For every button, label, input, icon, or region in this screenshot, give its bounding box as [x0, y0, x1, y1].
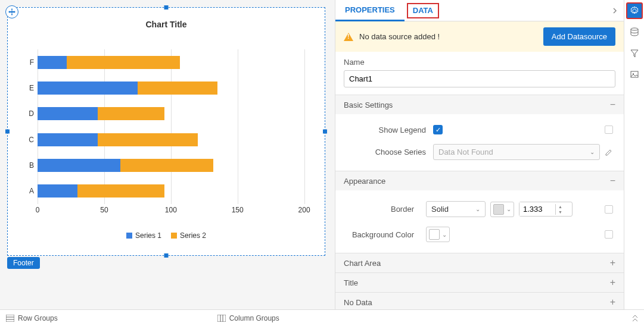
tab-data[interactable]: DATA: [407, 3, 439, 18]
filter-icon[interactable]: [626, 45, 643, 62]
section-basic-settings[interactable]: Basic Settings −: [335, 95, 624, 114]
properties-panel: PROPERTIES DATA No data source added ! A…: [335, 0, 624, 309]
chart-title: Chart Title: [8, 8, 325, 34]
row-groups-button[interactable]: Row Groups: [6, 314, 58, 322]
chart-legend: Series 1Series 2: [8, 231, 325, 240]
section-chart-area[interactable]: Chart Area +: [335, 253, 624, 272]
footer-chip[interactable]: Footer: [7, 257, 40, 269]
column-groups-button[interactable]: Column Groups: [217, 314, 279, 322]
advanced-toggle[interactable]: [605, 126, 613, 134]
add-datasource-button[interactable]: Add Datasource: [543, 27, 615, 46]
border-color-picker[interactable]: ⌄: [490, 202, 514, 217]
section-title[interactable]: Title +: [335, 273, 624, 292]
collapse-icon: −: [610, 100, 615, 109]
svg-rect-6: [217, 315, 226, 322]
datasource-banner: No data source added ! Add Datasource: [335, 21, 624, 52]
resize-handle[interactable]: [164, 253, 169, 258]
choose-series-label: Choose Series: [344, 148, 433, 156]
image-settings-icon[interactable]: [626, 67, 643, 83]
design-canvas[interactable]: Chart Title FEDCBA 050100150200 Series 1…: [0, 0, 335, 309]
svg-rect-1: [631, 71, 638, 77]
bgcolor-picker[interactable]: ⌄: [426, 227, 450, 242]
rows-icon: [6, 315, 14, 322]
border-style-dropdown[interactable]: Solid ⌄: [426, 201, 486, 217]
choose-series-dropdown[interactable]: Data Not Found ⌄: [433, 144, 600, 160]
bgcolor-label: Background Color: [344, 230, 421, 239]
tab-properties[interactable]: PROPERTIES: [335, 0, 405, 21]
svg-point-0: [631, 28, 638, 30]
chart-widget[interactable]: Chart Title FEDCBA 050100150200 Series 1…: [7, 7, 325, 256]
collapse-icon: −: [610, 176, 615, 186]
expand-icon: +: [610, 297, 615, 307]
expand-icon: +: [610, 278, 615, 287]
edit-series-icon[interactable]: [605, 148, 615, 156]
name-input[interactable]: [344, 70, 615, 87]
chevron-down-icon: ⌄: [506, 206, 511, 212]
gear-icon[interactable]: [626, 2, 643, 19]
svg-rect-3: [6, 315, 14, 322]
resize-handle[interactable]: [5, 130, 10, 134]
columns-icon: [217, 315, 226, 322]
move-handle-icon[interactable]: [5, 5, 18, 18]
database-icon[interactable]: [626, 24, 643, 40]
chevron-down-icon: ⌄: [442, 231, 447, 238]
resize-handle[interactable]: [323, 130, 327, 134]
spin-down-icon: ▼: [556, 209, 565, 215]
name-label: Name: [335, 52, 624, 70]
border-width-input[interactable]: ▲▼: [519, 202, 573, 217]
border-label: Border: [344, 205, 421, 214]
advanced-toggle[interactable]: [605, 230, 613, 239]
expand-icon: +: [610, 258, 615, 268]
chevron-down-icon: ⌄: [590, 149, 595, 155]
expand-groups-icon[interactable]: [632, 315, 638, 322]
show-legend-checkbox[interactable]: ✓: [433, 125, 443, 134]
tool-sidebar: [624, 0, 644, 309]
section-no-data[interactable]: No Data +: [335, 293, 624, 309]
banner-message: No data source added !: [359, 32, 440, 41]
advanced-toggle[interactable]: [605, 205, 613, 214]
resize-handle[interactable]: [164, 5, 169, 10]
chevron-down-icon: ⌄: [475, 206, 480, 212]
show-legend-label: Show Legend: [344, 126, 433, 134]
chart-plot: FEDCBA 050100150200: [38, 49, 318, 216]
collapse-panel-icon[interactable]: [606, 8, 624, 14]
section-appearance[interactable]: Appearance −: [335, 171, 624, 190]
warning-icon: [344, 33, 353, 41]
spin-up-icon: ▲: [556, 204, 565, 209]
bottom-status-bar: Row Groups Column Groups: [0, 309, 644, 326]
